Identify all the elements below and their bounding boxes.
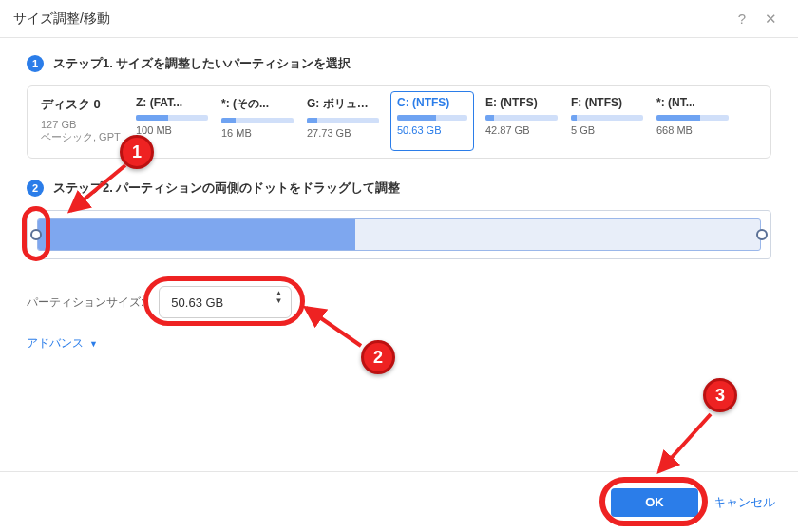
partition-label: C: (NTFS) [397, 96, 467, 109]
partition-usage-bar [221, 118, 294, 124]
chevron-down-icon: ▼ [89, 339, 98, 349]
partition-size: 668 MB [656, 124, 729, 136]
step1-header: 1 ステップ1. サイズを調整したいパーティションを選択 [27, 55, 771, 72]
step2-label: ステップ2. パーティションの両側のドットをドラッグして調整 [53, 180, 400, 197]
footer: OK キャンセル [0, 471, 798, 532]
disk-panel: ディスク 0 127 GB ベーシック, GPT Z: (FAT...100 M… [27, 86, 771, 159]
step1-badge: 1 [27, 55, 44, 72]
partition-label: G: ボリューム(... [307, 96, 379, 112]
cancel-button[interactable]: キャンセル [713, 494, 775, 511]
partition-item[interactable]: *: (その...16 MB [221, 96, 294, 144]
partition-label: E: (NTFS) [485, 96, 558, 109]
partition-usage-bar [136, 115, 208, 121]
partition-label: Z: (FAT... [136, 96, 208, 109]
partition-item[interactable]: C: (NTFS)50.63 GB [390, 91, 474, 151]
partition-usage-bar [397, 115, 467, 121]
stepper-icon[interactable]: ▲▼ [275, 290, 282, 305]
help-icon[interactable]: ? [728, 5, 756, 33]
partition-size: 42.87 GB [485, 124, 558, 136]
partition-size-label: パーティションサイズ: [27, 294, 143, 311]
partition-size-input[interactable]: 50.63 GB [159, 286, 292, 318]
disk-size: 127 GB [41, 119, 123, 130]
drag-handle-left[interactable] [30, 229, 42, 240]
partition-label: F: (NTFS) [571, 96, 643, 109]
partition-item[interactable]: *: (NT...668 MB [656, 96, 729, 144]
resize-track [27, 210, 771, 259]
partition-usage-bar [571, 115, 643, 121]
partition-size: 100 MB [136, 124, 208, 136]
partition-label: *: (NT... [656, 96, 729, 109]
advanced-label: アドバンス [27, 335, 84, 352]
partition-size: 50.63 GB [397, 124, 467, 136]
drag-handle-right[interactable] [756, 229, 768, 240]
advanced-toggle[interactable]: アドバンス ▼ [27, 335, 771, 352]
partition-size: 27.73 GB [307, 127, 379, 139]
step2-badge: 2 [27, 180, 44, 197]
disk-type: ベーシック, GPT [41, 130, 123, 144]
partition-usage-bar [656, 115, 729, 121]
disk-name: ディスク 0 [41, 96, 123, 113]
partition-item[interactable]: E: (NTFS)42.87 GB [485, 96, 558, 144]
partition-item[interactable]: F: (NTFS)5 GB [571, 96, 643, 144]
partition-size-value: 50.63 GB [171, 295, 223, 310]
partition-label: *: (その... [221, 96, 294, 112]
partition-item[interactable]: Z: (FAT...100 MB [136, 96, 208, 144]
window-title: サイズ調整/移動 [13, 10, 110, 28]
partition-usage-bar [307, 118, 379, 124]
partition-size: 16 MB [221, 127, 294, 139]
resize-fill [38, 219, 355, 250]
step2-header: 2 ステップ2. パーティションの両側のドットをドラッグして調整 [27, 180, 771, 197]
partition-size: 5 GB [571, 124, 643, 136]
partition-size-row: パーティションサイズ: 50.63 GB ▲▼ [27, 286, 771, 318]
ok-button[interactable]: OK [611, 488, 698, 517]
partition-item[interactable]: G: ボリューム(...27.73 GB [307, 96, 379, 144]
close-icon[interactable]: ✕ [756, 5, 785, 33]
step1-label: ステップ1. サイズを調整したいパーティションを選択 [53, 55, 351, 72]
titlebar: サイズ調整/移動 ? ✕ [0, 0, 798, 38]
disk-info: ディスク 0 127 GB ベーシック, GPT [41, 96, 123, 144]
partition-usage-bar [485, 115, 558, 121]
